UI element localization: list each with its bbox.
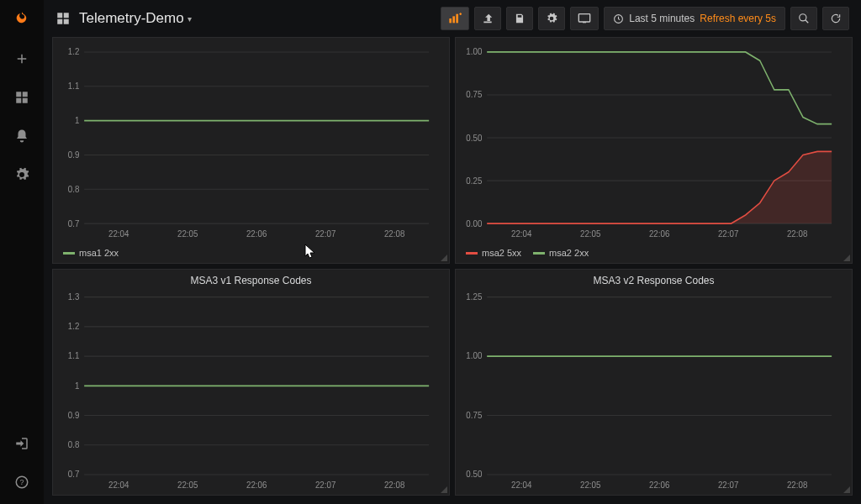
panel-grid: 0.70.80.911.11.222:0422:0522:0622:0722:0… [44, 37, 861, 504]
svg-text:0.8: 0.8 [68, 183, 80, 194]
svg-text:1.1: 1.1 [68, 351, 80, 361]
svg-rect-2 [450, 18, 452, 23]
grafana-logo-icon[interactable] [10, 8, 34, 32]
svg-text:22:05: 22:05 [580, 228, 600, 239]
svg-text:22:08: 22:08 [384, 228, 404, 239]
clock-icon [613, 13, 624, 24]
share-button[interactable] [474, 7, 501, 30]
dashboard-settings-button[interactable] [538, 7, 565, 30]
svg-text:22:06: 22:06 [246, 480, 267, 490]
zoom-out-button[interactable] [790, 7, 817, 30]
main-area: Telemetry-Demo ▾ [44, 0, 861, 504]
settings-icon[interactable] [10, 163, 34, 186]
svg-text:?: ? [19, 478, 24, 486]
refresh-interval-label: Refresh every 5s [700, 13, 776, 24]
svg-rect-4 [457, 14, 459, 24]
chart-area[interactable]: 0.70.80.911.11.21.322:0422:0522:0622:072… [53, 288, 449, 495]
svg-text:22:07: 22:07 [315, 480, 336, 490]
svg-text:0.50: 0.50 [466, 470, 482, 480]
svg-text:1: 1 [75, 114, 79, 125]
panel-p3[interactable]: MSA3 v1 Response Codes0.70.80.911.11.21.… [52, 269, 450, 496]
svg-text:22:04: 22:04 [511, 480, 532, 490]
svg-text:0.9: 0.9 [68, 410, 80, 420]
svg-text:22:05: 22:05 [177, 480, 198, 490]
legend-item[interactable]: msa1 2xx [63, 248, 119, 258]
svg-rect-3 [453, 16, 456, 23]
add-icon[interactable] [10, 47, 34, 71]
svg-line-10 [806, 20, 809, 24]
resize-handle[interactable] [842, 253, 850, 261]
svg-text:22:07: 22:07 [718, 228, 738, 239]
svg-text:1.00: 1.00 [466, 351, 482, 361]
chevron-down-icon: ▾ [188, 14, 192, 24]
svg-text:0.7: 0.7 [68, 218, 80, 228]
svg-text:22:07: 22:07 [315, 228, 335, 239]
dashboard-title[interactable]: Telemetry-Demo ▾ [79, 10, 192, 27]
svg-text:0.7: 0.7 [68, 470, 80, 480]
signin-icon[interactable] [10, 432, 34, 455]
legend-swatch [533, 252, 545, 255]
svg-text:1.2: 1.2 [68, 322, 80, 332]
alerts-icon[interactable] [10, 124, 34, 148]
resize-handle[interactable] [842, 485, 850, 493]
svg-text:1.00: 1.00 [466, 46, 482, 57]
side-nav: ? [0, 0, 44, 504]
panel-p1[interactable]: 0.70.80.911.11.222:0422:0522:0622:0722:0… [52, 37, 450, 264]
refresh-button[interactable] [822, 7, 849, 30]
time-range-picker[interactable]: Last 5 minutes Refresh every 5s [604, 7, 785, 30]
svg-text:22:08: 22:08 [384, 480, 405, 490]
svg-rect-5 [484, 22, 492, 24]
svg-text:1.25: 1.25 [466, 291, 482, 302]
add-panel-button[interactable] [441, 7, 469, 30]
top-bar: Telemetry-Demo ▾ [44, 0, 861, 37]
dashboard-title-text: Telemetry-Demo [79, 10, 184, 27]
legend-item[interactable]: msa2 5xx [466, 248, 521, 258]
chart-area[interactable]: 0.70.80.911.11.222:0422:0522:0622:0722:0… [53, 43, 449, 244]
panel-legend: msa2 5xxmsa2 2xx [456, 244, 852, 263]
panel-title: MSA3 v1 Response Codes [53, 270, 449, 288]
svg-text:22:04: 22:04 [108, 228, 129, 239]
chart-area[interactable]: 0.500.751.001.2522:0422:0522:0622:0722:0… [456, 288, 852, 495]
svg-text:22:06: 22:06 [649, 480, 670, 490]
svg-text:0.8: 0.8 [68, 440, 80, 450]
svg-text:1: 1 [75, 381, 80, 391]
svg-rect-6 [579, 14, 590, 22]
legend-swatch [63, 252, 75, 255]
panel-p2[interactable]: 0.000.250.500.751.0022:0422:0522:0622:07… [455, 37, 853, 264]
svg-text:0.9: 0.9 [68, 149, 80, 160]
svg-text:0.25: 0.25 [466, 175, 482, 186]
chart-area[interactable]: 0.000.250.500.751.0022:0422:0522:0622:07… [456, 43, 852, 244]
resize-handle[interactable] [439, 253, 447, 261]
svg-text:0.75: 0.75 [466, 89, 482, 100]
resize-handle[interactable] [439, 485, 447, 493]
svg-text:22:07: 22:07 [718, 480, 739, 490]
svg-text:1.2: 1.2 [68, 46, 80, 57]
svg-text:0.00: 0.00 [466, 218, 482, 228]
panel-title: MSA3 v2 Response Codes [456, 270, 852, 288]
cycle-view-button[interactable] [570, 7, 599, 30]
legend-item[interactable]: msa2 2xx [533, 248, 589, 258]
svg-text:22:04: 22:04 [108, 480, 129, 490]
time-range-label: Last 5 minutes [629, 13, 695, 24]
svg-text:22:06: 22:06 [649, 228, 669, 239]
legend-label: msa2 2xx [549, 248, 589, 258]
svg-text:22:08: 22:08 [787, 228, 807, 239]
svg-text:22:05: 22:05 [177, 228, 198, 239]
dashboards-icon[interactable] [10, 86, 34, 109]
dashboard-grid-icon [55, 11, 71, 26]
svg-text:1.1: 1.1 [68, 80, 80, 91]
svg-text:22:06: 22:06 [246, 228, 267, 239]
svg-text:22:08: 22:08 [787, 480, 808, 490]
svg-rect-7 [583, 22, 586, 23]
legend-label: msa1 2xx [79, 248, 119, 258]
svg-text:22:05: 22:05 [580, 480, 601, 490]
svg-text:1.3: 1.3 [68, 291, 80, 302]
panel-p4[interactable]: MSA3 v2 Response Codes0.500.751.001.2522… [455, 269, 853, 496]
svg-text:0.75: 0.75 [466, 410, 482, 420]
svg-text:22:04: 22:04 [511, 228, 531, 239]
legend-swatch [466, 252, 478, 255]
save-button[interactable] [506, 7, 533, 30]
legend-label: msa2 5xx [482, 248, 521, 258]
help-icon[interactable]: ? [10, 470, 34, 494]
panel-legend: msa1 2xx [53, 244, 449, 263]
